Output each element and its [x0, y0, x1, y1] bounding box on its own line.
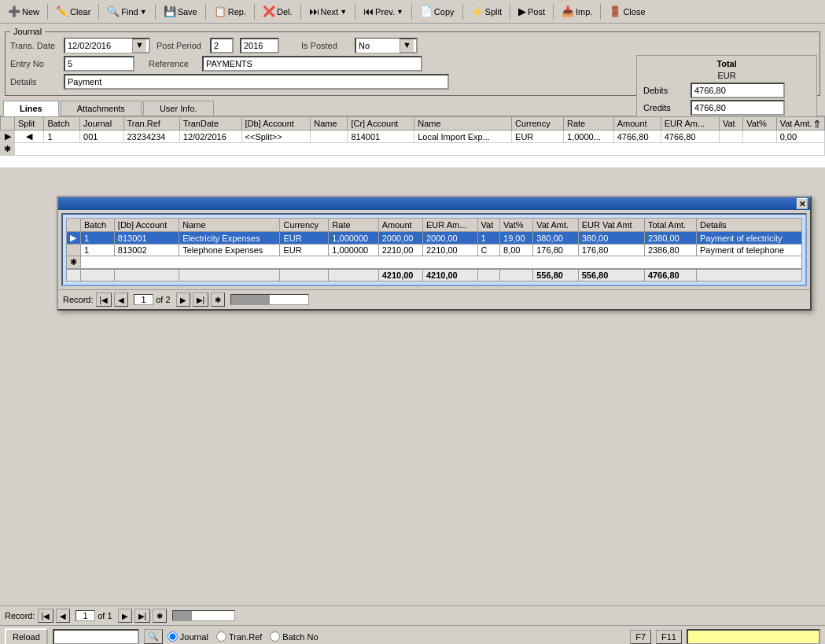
imp-button[interactable]: 📥 Imp.: [557, 2, 597, 21]
clear-label: Clear: [70, 7, 90, 17]
post-button[interactable]: ▶ Post: [514, 2, 550, 21]
nav-last-button[interactable]: ▶|: [193, 293, 209, 307]
nav-next-button[interactable]: ▶: [176, 293, 190, 307]
bottom-nav-new-button[interactable]: ✱: [153, 609, 167, 623]
radio-tran-ref[interactable]: Tran.Ref: [216, 631, 262, 642]
stotals-amount: 4210,00: [378, 269, 422, 282]
total-currency: EUR: [643, 71, 810, 80]
nav-new-button[interactable]: ✱: [211, 293, 225, 307]
f11-button[interactable]: F11: [656, 630, 682, 644]
srow1-batch: 1: [81, 232, 115, 245]
post-label: Post: [528, 7, 545, 17]
details-input[interactable]: [64, 74, 449, 90]
table-new-row[interactable]: ✱: [1, 143, 825, 156]
cell-currency: EUR: [512, 131, 564, 143]
is-posted-dropdown[interactable]: ▼: [400, 39, 414, 52]
radio-journal[interactable]: Journal: [168, 631, 208, 642]
srow2-rate: 1,000000: [329, 245, 378, 256]
expand-arrow[interactable]: ⇑: [812, 118, 822, 131]
post-icon: ▶: [518, 6, 526, 17]
prev-button[interactable]: ⏮ Prev. ▼: [359, 2, 408, 21]
col-cr-account: [Cr] Account: [348, 117, 414, 131]
radio-batch-no[interactable]: Batch No: [270, 631, 318, 642]
bottom-nav-info: of 1: [76, 610, 112, 621]
lines-grid: Split Batch Journal Tran.Ref TranDate [D…: [0, 116, 825, 156]
scol-batch: Batch: [81, 219, 115, 232]
post-period-year-input[interactable]: [240, 38, 279, 53]
search-icon-button[interactable]: 🔍: [144, 629, 163, 644]
bottom-nav-scrollbar[interactable]: [172, 610, 235, 621]
lines-section: ⇑ Split Batch Journal Tran.Ref TranDate …: [0, 116, 825, 167]
col-split: Split: [15, 117, 44, 131]
scol-vat: Vat: [477, 219, 500, 232]
find-label: Find: [121, 7, 138, 17]
nav-info: of 2: [134, 294, 170, 305]
col-journal: Journal: [80, 117, 123, 131]
search-input[interactable]: [53, 629, 139, 645]
nav-current-input[interactable]: [134, 294, 153, 305]
srow2-eur-am: 2210,00: [422, 245, 477, 256]
close-button[interactable]: 🚪 Close: [604, 2, 650, 21]
table-row[interactable]: ▶ ◀ 1 001 23234234 12/02/2016 <<Split>> …: [1, 131, 825, 143]
srow2-eur-vat-amt: 176,80: [578, 245, 644, 256]
split-new-row[interactable]: ✱: [67, 256, 802, 270]
trans-date-dropdown[interactable]: ▼: [132, 39, 146, 52]
trans-date-input[interactable]: [65, 39, 132, 53]
tab-user-info[interactable]: User Info.: [143, 101, 214, 116]
srow2-currency: EUR: [280, 245, 329, 256]
new-icon: ➕: [8, 6, 20, 17]
bottom-nav-next-button[interactable]: ▶: [118, 609, 132, 623]
new-button[interactable]: ➕ New: [3, 2, 44, 21]
credits-input[interactable]: [691, 100, 785, 116]
stotals-indicator: [67, 269, 81, 282]
split-totals-row: 4210,00 4210,00 556,80 556,80 4766,80: [67, 269, 802, 282]
srow1-indicator: ▶: [67, 232, 81, 245]
sep10: [510, 4, 510, 20]
split-row-2[interactable]: 1 813002 Telephone Expenses EUR 1,000000…: [67, 245, 802, 256]
bottom-nav-current-input[interactable]: [76, 610, 95, 621]
lines-grid-container[interactable]: Split Batch Journal Tran.Ref TranDate [D…: [0, 116, 825, 167]
nav-prev-button[interactable]: ◀: [114, 293, 128, 307]
bottom-nav-prev-button[interactable]: ◀: [56, 609, 70, 623]
srow1-details: Payment of electricity: [696, 232, 801, 245]
copy-button[interactable]: 📄 Copy: [415, 2, 459, 21]
rep-button[interactable]: 📋 Rep.: [209, 2, 251, 21]
srow2-db-account: 813002: [114, 245, 179, 256]
next-button[interactable]: ⏭ Next ▼: [304, 2, 352, 21]
clear-button[interactable]: ✏️ Clear: [51, 2, 95, 21]
stotals-total-amt: 4766,80: [644, 269, 696, 282]
next-dropdown-arrow: ▼: [340, 8, 347, 16]
status-bar: Reload 🔍 Journal Tran.Ref Batch No F7 F1…: [0, 625, 825, 644]
bottom-nav-of: of: [98, 611, 107, 620]
nav-first-button[interactable]: |◀: [96, 293, 112, 307]
split-row-1[interactable]: ▶ 1 813001 Electricity Expenses EUR 1,00…: [67, 232, 802, 245]
find-icon: 🔍: [107, 6, 120, 17]
tab-attachments[interactable]: Attachments: [61, 101, 142, 116]
sep8: [411, 4, 412, 20]
debits-input[interactable]: [691, 83, 785, 98]
scol-indicator: [67, 219, 81, 232]
nav-scrollbar[interactable]: [230, 294, 309, 305]
bottom-nav-last-button[interactable]: ▶|: [134, 609, 151, 623]
split-button[interactable]: ⚡ Split: [466, 2, 506, 21]
save-label: Save: [178, 7, 197, 17]
save-button[interactable]: 💾 Save: [159, 2, 202, 21]
tab-lines[interactable]: Lines: [3, 101, 59, 116]
reload-button[interactable]: Reload: [5, 628, 48, 645]
del-button[interactable]: ❌ Del.: [258, 2, 297, 21]
col-eur-am: EUR Am...: [661, 117, 719, 131]
col-tran-ref: Tran.Ref: [123, 117, 179, 131]
cell-tran-date: 12/02/2016: [179, 131, 241, 143]
find-button[interactable]: 🔍 Find ▼: [102, 2, 151, 21]
scol-details: Details: [696, 219, 801, 232]
srow1-currency: EUR: [280, 232, 329, 245]
scol-amount: Amount: [378, 219, 422, 232]
bottom-nav-first-button[interactable]: |◀: [38, 609, 54, 623]
f7-button[interactable]: F7: [630, 630, 651, 644]
post-period-month-input[interactable]: [210, 38, 234, 53]
split-close-button[interactable]: ✕: [797, 198, 808, 209]
reference-input[interactable]: [202, 56, 422, 72]
status-right-input[interactable]: [687, 629, 820, 645]
entry-no-input[interactable]: [64, 56, 134, 72]
is-posted-input[interactable]: [356, 39, 400, 53]
